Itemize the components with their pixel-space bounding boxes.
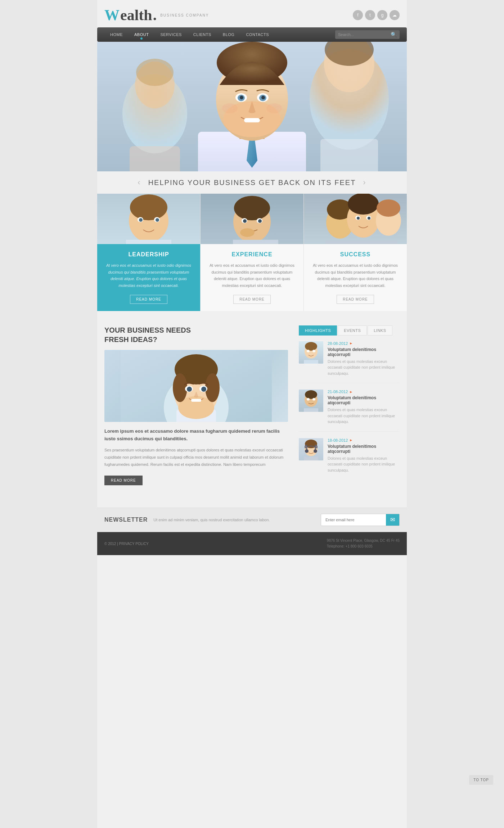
logo-subtitle: BUSINESS COMPANY bbox=[160, 13, 209, 17]
svg-point-23 bbox=[222, 103, 238, 113]
prev-arrow[interactable]: ‹ bbox=[138, 178, 141, 187]
news-content-3: 18-08-2012 ► Voluptatum delenitimos atqc… bbox=[328, 438, 400, 473]
hero-caption: ‹ HELPING YOUR BUSINESS GET BACK ON ITS … bbox=[97, 171, 407, 194]
svg-rect-73 bbox=[304, 360, 318, 364]
svg-point-84 bbox=[314, 449, 317, 453]
newsletter-bar: NEWSLETTER Ut enim ad minim veniam, quis… bbox=[97, 508, 407, 532]
news-title-3: Voluptatum delenitimos atqcorrupti bbox=[328, 444, 400, 454]
business-person-image bbox=[104, 350, 288, 422]
footer-copyright: © 2012 | PRIVACY POLICY bbox=[104, 542, 149, 546]
svg-point-61 bbox=[173, 373, 187, 402]
svg-point-71 bbox=[307, 350, 310, 352]
news-thumb-3 bbox=[299, 438, 323, 460]
nav-bar: HOME ABOUT SERVICES CLIENTS BLOG CONTACT… bbox=[97, 27, 407, 42]
card-title-success: SUCCESS bbox=[311, 251, 400, 258]
svg-rect-67 bbox=[191, 399, 201, 402]
card-leadership: LEADERSHIP At vero eos et accusamus et i… bbox=[97, 194, 200, 311]
svg-point-72 bbox=[312, 350, 315, 352]
svg-point-31 bbox=[156, 218, 159, 222]
nav-contacts[interactable]: CONTACTS bbox=[240, 27, 275, 42]
svg-point-3 bbox=[136, 59, 174, 86]
svg-point-20 bbox=[240, 96, 243, 99]
svg-rect-85 bbox=[304, 457, 318, 460]
card-text-experience: At vero eos et accusamus et iusto odio d… bbox=[208, 262, 296, 289]
svg-rect-8 bbox=[320, 139, 378, 171]
news-content-1: 28-08-2012 ► Voluptatum delenitimos atqc… bbox=[328, 341, 400, 377]
rss-icon[interactable]: ☁ bbox=[390, 10, 400, 20]
business-read-more-btn[interactable]: READ MORE bbox=[104, 476, 143, 485]
card-body-experience: EXPERIENCE At vero eos et accusamus et i… bbox=[201, 244, 303, 311]
nav-search-form: 🔍 bbox=[335, 30, 400, 39]
card-person-2 bbox=[201, 194, 303, 244]
footer-address: 9876 St Vincent Place, Glasgow, DC 45 Fr… bbox=[327, 538, 400, 549]
newsletter-email-input[interactable] bbox=[321, 515, 386, 525]
news-text-3: Dolores et quas molestias exceun occaeat… bbox=[328, 455, 400, 473]
hero-section bbox=[97, 42, 407, 171]
news-date-1[interactable]: 28-08-2012 ► bbox=[328, 341, 400, 346]
tab-highlights[interactable]: HIGHLIGHTS bbox=[299, 325, 337, 336]
business-left: YOUR BUSINESS NEEDS FRESH IDEAS? bbox=[104, 325, 288, 486]
footer-address-line1: 9876 St Vincent Place, Glasgow, DC 45 Fr… bbox=[327, 538, 400, 544]
news-date-3[interactable]: 18-08-2012 ► bbox=[328, 438, 400, 442]
cards-section: LEADERSHIP At vero eos et accusamus et i… bbox=[97, 194, 407, 311]
nav-about[interactable]: ABOUT bbox=[129, 27, 154, 42]
nav-services[interactable]: SERVICES bbox=[154, 27, 187, 42]
logo-ealth: ealth bbox=[120, 8, 152, 23]
hero-image bbox=[97, 42, 407, 171]
svg-point-78 bbox=[312, 398, 315, 401]
news-thumb-2 bbox=[299, 390, 323, 412]
to-top-btn[interactable]: TO TOP bbox=[469, 775, 493, 785]
business-heading: YOUR BUSINESS NEEDS FRESH IDEAS? bbox=[104, 325, 288, 344]
tab-links[interactable]: LINKS bbox=[368, 325, 392, 336]
footer-address-line2: Telephone: +1 800 603 6035 bbox=[327, 544, 400, 549]
googleplus-icon[interactable]: g bbox=[377, 10, 387, 20]
business-lead: Lorem ipsum eos et accusamo dolore massa… bbox=[104, 428, 288, 443]
svg-point-39 bbox=[258, 219, 262, 223]
svg-point-65 bbox=[187, 387, 192, 392]
svg-rect-4 bbox=[130, 146, 180, 171]
card-image-leadership bbox=[97, 194, 200, 244]
search-icon[interactable]: 🔍 bbox=[391, 32, 397, 37]
newsletter-submit-btn[interactable]: ✉ bbox=[386, 514, 399, 526]
nav-home[interactable]: HOME bbox=[104, 27, 129, 42]
card-success: SUCCESS At vero eos et accusamus et iust… bbox=[304, 194, 407, 311]
business-text: Ses praesentium voluptatum delenitimos a… bbox=[104, 447, 288, 468]
tab-events[interactable]: EVENTS bbox=[338, 325, 367, 336]
card-title-experience: EXPERIENCE bbox=[208, 251, 296, 258]
card-experience: EXPERIENCE At vero eos et accusamus et i… bbox=[200, 194, 304, 311]
logo-w: W bbox=[104, 8, 120, 23]
nav-blog[interactable]: BLOG bbox=[217, 27, 240, 42]
svg-point-46 bbox=[348, 194, 379, 215]
svg-point-52 bbox=[377, 199, 400, 217]
facebook-icon[interactable]: f bbox=[353, 10, 363, 20]
newsletter-form: ✉ bbox=[321, 514, 400, 526]
card-body-success: SUCCESS At vero eos et accusamus et iust… bbox=[304, 244, 407, 311]
svg-rect-79 bbox=[304, 408, 318, 412]
logo[interactable]: Wealth. BUSINESS COMPANY bbox=[104, 6, 209, 24]
news-item-3: 18-08-2012 ► Voluptatum delenitimos atqc… bbox=[299, 438, 400, 480]
card-person-3 bbox=[304, 194, 407, 244]
card-title-leadership: LEADERSHIP bbox=[104, 251, 193, 258]
card-image-experience bbox=[201, 194, 303, 244]
svg-rect-22 bbox=[244, 118, 260, 122]
news-thumb-1 bbox=[299, 341, 323, 364]
newsletter-description: Ut enim ad minim veniam, quis nostrud ex… bbox=[153, 518, 315, 522]
svg-point-66 bbox=[201, 387, 206, 392]
news-arrow-1: ► bbox=[349, 341, 353, 345]
svg-point-50 bbox=[368, 217, 370, 220]
news-arrow-3: ► bbox=[349, 438, 353, 442]
next-arrow[interactable]: › bbox=[363, 178, 366, 187]
card-btn-experience[interactable]: READ MORE bbox=[233, 295, 271, 304]
logo-dot: . bbox=[153, 6, 157, 24]
card-btn-leadership[interactable]: READ MORE bbox=[130, 295, 167, 304]
svg-point-21 bbox=[261, 96, 265, 99]
svg-point-76 bbox=[305, 390, 317, 399]
card-btn-success[interactable]: READ MORE bbox=[337, 295, 374, 304]
twitter-icon[interactable]: t bbox=[365, 10, 375, 20]
card-text-success: At vero eos et accusamus et iusto odio d… bbox=[311, 262, 400, 289]
business-section: YOUR BUSINESS NEEDS FRESH IDEAS? bbox=[97, 311, 407, 501]
news-date-2[interactable]: 21-08-2012 ► bbox=[328, 390, 400, 394]
nav-clients[interactable]: CLIENTS bbox=[188, 27, 217, 42]
search-input[interactable] bbox=[338, 32, 388, 37]
footer: © 2012 | PRIVACY POLICY 9876 St Vincent … bbox=[97, 532, 407, 555]
